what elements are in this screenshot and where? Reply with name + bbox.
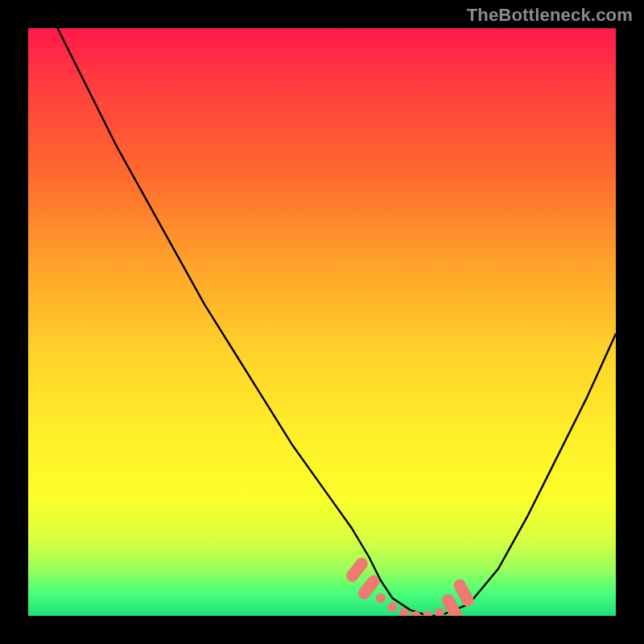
- curve-svg: [28, 28, 616, 616]
- chart-frame: TheBottleneck.com: [0, 0, 644, 644]
- svg-point-2: [376, 593, 386, 603]
- svg-point-7: [435, 608, 444, 616]
- target-band: [344, 555, 476, 616]
- svg-point-3: [388, 602, 398, 612]
- svg-point-6: [423, 611, 432, 616]
- plot-area: [28, 28, 616, 616]
- bottleneck-curve: [58, 28, 617, 616]
- svg-rect-0: [344, 555, 370, 584]
- watermark-text: TheBottleneck.com: [467, 5, 633, 26]
